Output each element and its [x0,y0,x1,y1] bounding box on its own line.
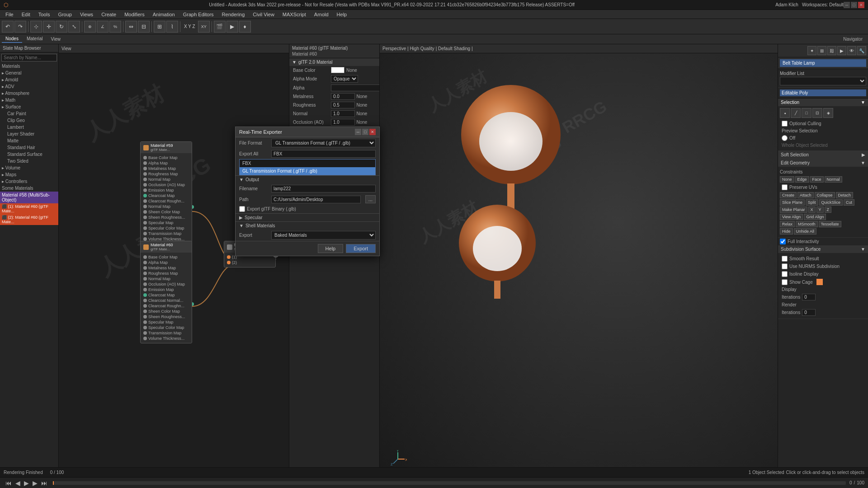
modify-panel-btn[interactable]: ⊞ [817,46,826,55]
msmooth-btn[interactable]: MSmooth [796,221,818,227]
mat-cat-mat58[interactable]: Material #58 (Multi/Sub-Object) [0,192,58,203]
mat-cat-arnold[interactable]: ▸ Arnold [0,76,58,83]
collapse-btn[interactable]: Collapse [815,192,835,198]
export-type-select[interactable]: Baked Materials Original Materials [271,231,376,239]
option-gltf-selected[interactable]: GL Transmission Format (.glTF / .glb) [240,167,375,175]
minimize-button[interactable]: ─ [844,2,850,8]
mat-cat-general[interactable]: ▸ General [0,70,58,76]
menu-group[interactable]: Group [54,11,75,18]
angle-snap[interactable]: ∠ [97,21,108,33]
hierarchy-btn[interactable]: ⛓ [827,46,836,55]
tessellate-btn[interactable]: Tessellate [819,221,841,227]
full-interactivity-checkbox[interactable] [780,239,786,244]
make-planar-btn[interactable]: Make Planar [780,206,807,213]
output-section-header[interactable]: ▼ Output [236,176,379,183]
help-button[interactable]: Help [318,244,344,253]
selection-section-header[interactable]: Selection ▼ [778,99,868,106]
mirror-button[interactable]: ⇔ [125,21,137,33]
mat-cat-standard-surface[interactable]: Standard Surface [0,151,58,158]
export-all-value[interactable]: FBX [271,150,376,158]
menu-views[interactable]: Views [76,11,97,18]
create-btn[interactable]: Create [780,192,797,198]
menu-graph-editors[interactable]: Graph Editors [179,11,217,18]
snap-toggle[interactable]: ⊕ [84,21,96,33]
cage-color-swatch[interactable] [816,279,823,285]
node-mat59[interactable]: Material #59 gITF Mate... Base Color Map… [140,141,192,244]
editable-poly-item[interactable]: Editable Poly [780,89,866,96]
move-button[interactable]: ✛ [43,21,55,33]
menu-civil-view[interactable]: Civil View [249,11,278,18]
mat-cat-mat60-1[interactable]: ⬛ (1): Material #60 (gITF Mate... [0,203,58,214]
hide-btn[interactable]: Hide [780,228,793,235]
slice-plane-btn[interactable]: Slice Plane [780,199,805,206]
tab-nodes[interactable]: Nodes [2,35,22,43]
mat-cat-adv[interactable]: ▸ ADV [0,83,58,90]
material-search-input[interactable] [1,54,57,61]
path-input[interactable] [271,196,361,203]
maximize-button[interactable]: □ [851,2,857,8]
menu-edit[interactable]: Edit [18,11,34,18]
cut-btn[interactable]: Cut [844,199,854,206]
option-fbx[interactable]: FBX [240,160,375,167]
menu-file[interactable]: File [2,11,17,18]
exporter-close[interactable]: ✕ [369,129,376,135]
mat-cat-mat60-2[interactable]: ⬛ (2): Material #60 (gITF Mate... [0,214,58,225]
metalness-input[interactable] [331,93,355,100]
none-constraint-btn[interactable]: None [780,176,794,183]
edge-constraint-btn[interactable]: Edge [795,176,809,183]
poly-select-btn[interactable]: ⊡ [812,108,822,118]
mat-cat-two-sided[interactable]: Two Sided [0,158,58,164]
exporter-maximize[interactable]: □ [362,129,368,135]
show-cage-checkbox[interactable] [782,279,788,285]
render-setup[interactable]: 🎬 [214,21,226,33]
alpha-mode-dropdown[interactable]: Opaque Mask Blend [331,75,358,83]
utilities-btn[interactable]: 🔧 [857,46,866,55]
modifier-list-dropdown[interactable] [780,77,866,85]
redo-button[interactable]: ↷ [14,21,26,33]
viewport-canvas[interactable]: 人人素材 RRCG 人人素材 RRCG [380,53,778,477]
tab-material[interactable]: Material [23,35,47,43]
undo-button[interactable]: ↶ [2,21,14,33]
base-color-swatch[interactable] [331,67,344,73]
mat-cat-standard-hair[interactable]: Standard Hair [0,144,58,151]
timeline-track[interactable] [53,481,846,485]
edge-select-btn[interactable]: ╱ [791,108,801,118]
menu-create[interactable]: Create [98,11,120,18]
mat-cat-volume[interactable]: ▸ Volume [0,164,58,171]
mat-cat-atmosphere[interactable]: ▸ Atmosphere [0,90,58,97]
optional-culling-checkbox[interactable] [782,121,788,127]
y-btn[interactable]: Y [816,206,824,213]
mat-cat-scene-materials[interactable]: Some Materials [0,185,58,192]
roughness-input[interactable] [331,102,355,108]
menu-help[interactable]: Help [333,11,351,18]
quick-slice-btn[interactable]: QuickSlice [819,199,843,206]
export-binary-checkbox[interactable] [239,206,245,212]
relax-btn[interactable]: Relax [780,221,795,227]
menu-rendering[interactable]: Rendering [218,11,249,18]
menu-tools[interactable]: Tools [35,11,54,18]
menu-maxscript[interactable]: MAXScript [279,11,310,18]
rotate-button[interactable]: ↻ [56,21,67,33]
percent-snap[interactable]: % [109,21,121,33]
specular-section-header[interactable]: ▶ Specular [236,214,379,221]
edit-geometry-header[interactable]: Edit Geometry ▼ [778,159,868,167]
create-panel-btn[interactable]: ✦ [807,46,816,55]
filename-input[interactable] [271,185,376,192]
browse-btn[interactable]: ... [365,195,376,203]
select-button[interactable]: ⊹ [30,21,42,33]
vertex-select-btn[interactable]: ⬥ [780,108,790,118]
normal-input[interactable] [331,110,355,117]
mat-cat-math[interactable]: ▸ Math [0,97,58,103]
attach-btn[interactable]: Attach [797,192,814,198]
face-constraint-btn[interactable]: Face [810,176,824,183]
smooth-result-checkbox[interactable] [782,256,788,262]
preserve-uv-checkbox[interactable] [782,184,788,190]
isoline-checkbox[interactable] [782,271,788,277]
go-to-start-btn[interactable]: ⏮ [4,479,14,487]
mat-cat-car-paint[interactable]: Car Paint [0,110,58,117]
preview-off-radio[interactable] [782,135,788,141]
xy-plane[interactable]: XY [198,21,210,33]
element-select-btn[interactable]: ◈ [823,108,833,118]
mat-cat-lambert[interactable]: Lambert [0,124,58,131]
soft-selection-header[interactable]: Soft Selection ▶ [778,151,868,159]
